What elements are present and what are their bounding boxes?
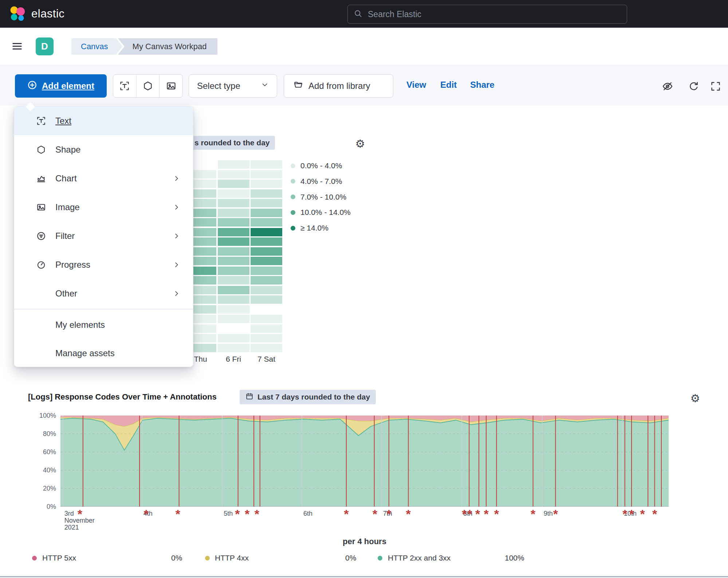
annotation-star[interactable]: * bbox=[144, 508, 149, 519]
select-type-dropdown[interactable]: Select type bbox=[189, 74, 277, 98]
legend-dot bbox=[291, 210, 295, 215]
search-input[interactable] bbox=[367, 9, 621, 20]
calendar-icon bbox=[245, 392, 253, 402]
global-search[interactable] bbox=[347, 5, 627, 24]
y-axis-label: 40% bbox=[43, 467, 56, 474]
legend-value-4xx: 0% bbox=[345, 554, 356, 562]
legend-label-2xx[interactable]: HTTP 2xx and 3xx bbox=[388, 554, 450, 562]
menu-item-filter[interactable]: Filter bbox=[14, 221, 193, 250]
menu-item-progress[interactable]: Progress bbox=[14, 250, 193, 279]
insert-text-button[interactable] bbox=[113, 75, 136, 97]
heatmap-cell bbox=[251, 237, 282, 246]
annotation-star[interactable]: * bbox=[386, 508, 391, 519]
annotation-star[interactable]: * bbox=[475, 508, 480, 519]
heatmap-x-label: 7 Sat bbox=[257, 355, 275, 363]
annotation-star[interactable]: * bbox=[622, 508, 627, 519]
add-from-library-button[interactable]: Add from library bbox=[284, 74, 393, 98]
annotation-star[interactable]: * bbox=[531, 508, 535, 519]
view-menu[interactable]: View bbox=[406, 80, 426, 90]
annotation-star[interactable]: * bbox=[640, 508, 645, 519]
heatmap-cell bbox=[218, 295, 249, 304]
legend-label-4xx[interactable]: HTTP 4xx bbox=[215, 554, 249, 562]
menu-item-label: My elements bbox=[55, 320, 105, 330]
annotation-star[interactable]: * bbox=[78, 508, 82, 519]
avatar[interactable]: D bbox=[36, 38, 54, 55]
heatmap-grid bbox=[185, 160, 284, 353]
menu-item-my-elements[interactable]: My elements bbox=[14, 310, 193, 339]
legend-label: 7.0% - 10.0% bbox=[300, 193, 346, 201]
heatmap-cell bbox=[251, 209, 282, 217]
menu-item-image[interactable]: Image bbox=[14, 193, 193, 221]
legend-value-5xx: 0% bbox=[171, 554, 182, 562]
insert-image-button[interactable] bbox=[159, 75, 182, 97]
heatmap-settings-gear-icon[interactable]: ⚙ bbox=[352, 135, 368, 152]
heatmap-cell bbox=[218, 344, 249, 352]
logs-x-axis-title: per 4 hours bbox=[60, 537, 669, 546]
refresh-button[interactable] bbox=[686, 79, 701, 94]
annotation-star[interactable]: * bbox=[235, 508, 240, 519]
heatmap-cell bbox=[218, 218, 249, 227]
heatmap-cell bbox=[218, 180, 249, 188]
annotation-star[interactable]: * bbox=[553, 508, 558, 519]
heatmap-legend-item: 10.0% - 14.0% bbox=[291, 208, 351, 217]
heatmap-legend-item: ≥ 14.0% bbox=[291, 224, 328, 232]
annotation-star[interactable]: * bbox=[406, 508, 411, 519]
menu-item-other[interactable]: Other bbox=[14, 279, 193, 308]
add-element-button[interactable]: Add element bbox=[15, 74, 107, 98]
select-type-label: Select type bbox=[197, 81, 240, 91]
heatmap-cell bbox=[218, 170, 249, 178]
insert-shape-button[interactable] bbox=[136, 75, 160, 97]
logs-chart-svg bbox=[60, 416, 669, 507]
edit-menu[interactable]: Edit bbox=[440, 80, 457, 90]
annotation-star[interactable]: * bbox=[176, 508, 180, 519]
annotation-star[interactable]: * bbox=[373, 508, 377, 519]
plus-circle-icon bbox=[27, 80, 37, 92]
menu-item-shape[interactable]: Shape bbox=[14, 135, 193, 164]
legend-label: 4.0% - 7.0% bbox=[300, 177, 342, 186]
logs-annotation-stars: ********************* bbox=[60, 508, 669, 520]
legend-dot bbox=[291, 164, 295, 168]
legend-label-5xx[interactable]: HTTP 5xx bbox=[42, 554, 76, 562]
menu-item-chart[interactable]: Chart bbox=[14, 164, 193, 193]
annotation-star[interactable]: * bbox=[652, 508, 657, 519]
text-icon bbox=[35, 116, 47, 126]
heatmap-cell bbox=[251, 276, 282, 284]
image-icon bbox=[35, 203, 47, 212]
elastic-logo-icon[interactable] bbox=[9, 5, 26, 22]
heatmap-x-label: 6 Fri bbox=[226, 355, 241, 363]
menu-toggle-icon[interactable] bbox=[9, 39, 25, 54]
annotation-star[interactable]: * bbox=[629, 508, 634, 519]
heatmap-cell bbox=[251, 344, 282, 352]
y-axis-label: 100% bbox=[39, 412, 56, 420]
hide-editing-controls-button[interactable] bbox=[660, 79, 675, 94]
legend-label: 10.0% - 14.0% bbox=[300, 208, 351, 217]
annotation-star[interactable]: * bbox=[344, 508, 349, 519]
breadcrumb-canvas[interactable]: Canvas bbox=[71, 38, 123, 55]
annotation-star[interactable]: * bbox=[494, 508, 499, 519]
annotation-star[interactable]: * bbox=[462, 508, 467, 519]
annotation-star[interactable]: * bbox=[467, 508, 472, 519]
legend-dot-2xx bbox=[378, 556, 382, 561]
legend-label: ≥ 14.0% bbox=[300, 224, 328, 232]
menu-item-manage-assets[interactable]: Manage assets bbox=[14, 339, 193, 367]
heatmap-cell bbox=[218, 189, 249, 198]
folder-icon bbox=[294, 80, 303, 92]
heatmap-cell bbox=[251, 286, 282, 294]
share-menu[interactable]: Share bbox=[470, 80, 495, 90]
legend-dot bbox=[291, 226, 295, 231]
chevron-right-icon bbox=[173, 203, 181, 211]
legend-value-2xx: 100% bbox=[505, 554, 524, 562]
heatmap-xlabels: Thu6 Fri7 Sat bbox=[185, 355, 284, 364]
heatmap-cell bbox=[251, 218, 282, 227]
chevron-right-icon bbox=[173, 290, 181, 298]
annotation-star[interactable]: * bbox=[255, 508, 259, 519]
annotation-star[interactable]: * bbox=[245, 508, 249, 519]
menu-item-text[interactable]: Text bbox=[14, 106, 193, 135]
annotation-star[interactable]: * bbox=[484, 508, 488, 519]
quick-insert-group bbox=[113, 74, 183, 98]
heatmap-legend-item: 0.0% - 4.0% bbox=[291, 161, 342, 170]
heatmap-legend-item: 4.0% - 7.0% bbox=[291, 177, 342, 186]
y-axis-label: 80% bbox=[43, 430, 56, 438]
logs-settings-gear-icon[interactable]: ⚙ bbox=[687, 390, 703, 406]
fullscreen-button[interactable] bbox=[708, 79, 723, 94]
